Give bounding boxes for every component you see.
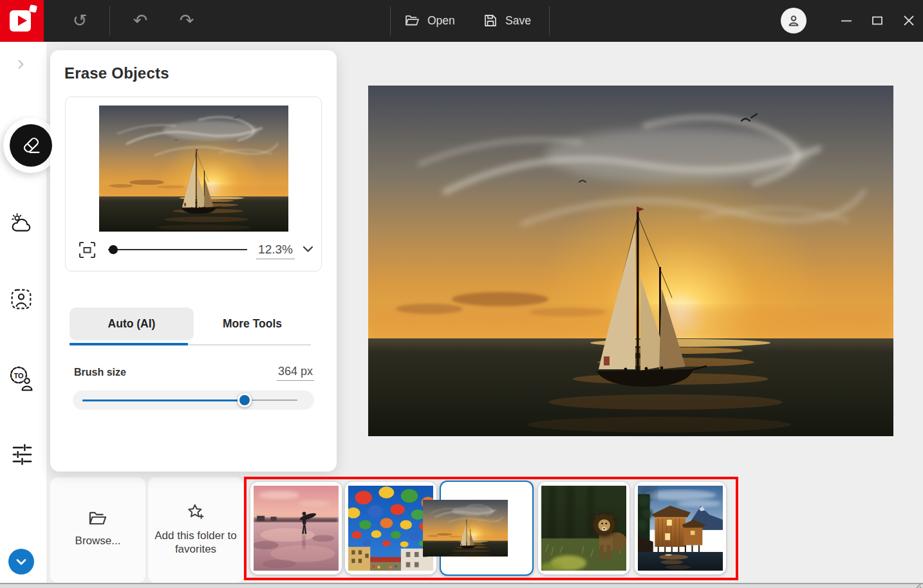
logo-play-icon	[10, 10, 31, 32]
collapse-panel-button[interactable]	[13, 57, 28, 72]
sticker-person-icon: TO	[8, 365, 34, 392]
sliders-icon	[12, 443, 33, 466]
app-logo	[0, 0, 44, 42]
window-resize-grip[interactable]	[913, 581, 922, 587]
chevron-down-icon	[303, 245, 313, 253]
window-bottom-edge	[0, 583, 923, 588]
minimize-button[interactable]	[834, 8, 859, 33]
cloud-sun-icon	[10, 213, 33, 234]
zoom-slider[interactable]	[107, 240, 248, 259]
chevron-right-icon	[14, 58, 27, 71]
maximize-button[interactable]	[864, 8, 890, 33]
toolbar-divider	[109, 6, 110, 35]
top-toolbar: ↺ ↶ ↷ Open Save	[0, 0, 923, 42]
brush-size-slider[interactable]	[73, 390, 314, 410]
portrait-icon	[10, 288, 32, 310]
erase-objects-panel: Erase Objects 12.3%	[50, 50, 337, 472]
favorites-label: Add this folder to favorites	[148, 529, 243, 556]
brush-size-row: Brush size 364 px	[73, 365, 314, 381]
filmstrip-thumbnail-lion[interactable]	[538, 482, 629, 574]
toolbar-divider	[549, 6, 550, 35]
brush-size-label: Brush size	[74, 367, 126, 378]
close-button[interactable]	[896, 8, 922, 33]
tab-more-tools[interactable]: More Tools	[194, 308, 311, 340]
redo-button[interactable]: ↷	[174, 8, 200, 33]
sidebar-item-adjustments[interactable]	[11, 443, 33, 466]
fit-to-screen-button[interactable]	[77, 240, 97, 259]
brush-size-value-field[interactable]: 364 px	[277, 365, 314, 381]
expand-more-tools-button[interactable]	[8, 549, 34, 574]
save-icon	[483, 13, 498, 28]
active-tab-indicator	[70, 343, 188, 345]
filmstrip-thumbnail-stilt-house[interactable]	[635, 482, 726, 574]
navigator-preview-card: 12.3%	[65, 96, 322, 271]
eraser-icon	[21, 136, 41, 156]
tab-label: More Tools	[223, 317, 282, 331]
folder-icon	[88, 510, 108, 528]
sidebar-item-erase-objects[interactable]	[10, 124, 52, 167]
account-icon	[786, 13, 801, 28]
browse-button[interactable]: Browse...	[50, 477, 145, 583]
open-label: Open	[427, 14, 455, 28]
filmstrip-thumbnail-surfer-on-beach[interactable]	[250, 482, 342, 574]
preview-image	[99, 106, 288, 232]
toolbar-divider	[390, 6, 391, 35]
filmstrip-thumbnail-sailboat-sunset-selected[interactable]	[440, 481, 534, 576]
tab-divider-line	[188, 344, 311, 345]
sidebar-item-sky-replacement[interactable]	[10, 211, 34, 235]
undo-button[interactable]: ↶	[127, 8, 153, 33]
browse-label: Browse...	[70, 534, 126, 547]
fit-screen-icon	[79, 241, 96, 259]
open-button[interactable]: Open	[404, 8, 455, 33]
zoom-slider-handle[interactable]	[109, 245, 118, 254]
save-label: Save	[505, 14, 531, 28]
tab-label: Auto (AI)	[108, 317, 156, 331]
sidebar-item-portrait[interactable]	[10, 288, 33, 311]
sidebar-item-caption-sticker[interactable]: TO	[8, 365, 34, 392]
editing-canvas-image[interactable]	[368, 86, 893, 436]
tab-auto-ai[interactable]: Auto (AI)	[70, 308, 194, 340]
folder-open-icon	[404, 13, 420, 28]
add-folder-to-favorites-button[interactable]: Add this folder to favorites	[148, 477, 243, 583]
svg-text:TO: TO	[14, 372, 24, 380]
brush-slider-handle[interactable]	[238, 393, 252, 407]
star-plus-icon	[186, 503, 205, 522]
app-window: ↺ ↶ ↷ Open Save	[0, 0, 923, 588]
filmstrip-thumbnail-colorful-umbrellas[interactable]	[345, 482, 436, 574]
save-button[interactable]: Save	[483, 8, 531, 33]
reset-button[interactable]: ↺	[67, 8, 93, 33]
zoom-dropdown-button[interactable]	[303, 244, 315, 257]
chevron-down-circle-icon	[13, 553, 30, 570]
account-button[interactable]	[781, 8, 806, 33]
zoom-value-field[interactable]: 12.3%	[256, 240, 295, 259]
panel-title: Erase Objects	[64, 64, 169, 82]
